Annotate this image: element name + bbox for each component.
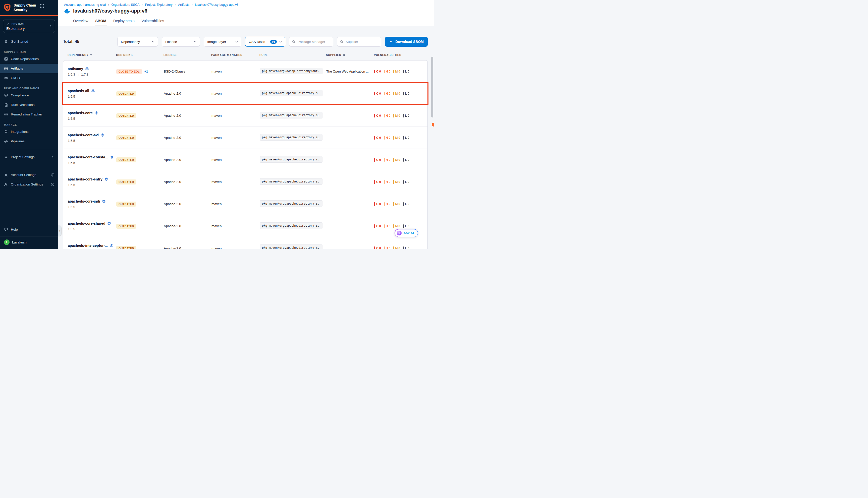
table-row-apacheds-core-entry[interactable]: apacheds-core-entry1.5.5OUTDATEDApache-2… bbox=[63, 171, 427, 193]
vulnerability-counts[interactable]: C 0H 0M 0L 0 bbox=[374, 158, 423, 162]
table-row-apacheds-core-shared[interactable]: apacheds-core-shared1.5.5OUTDATEDApache-… bbox=[63, 215, 427, 237]
filter-label: License bbox=[165, 40, 177, 44]
supplier: The Open Web Application ... bbox=[326, 69, 374, 73]
vuln-count-h: H 0 bbox=[384, 224, 391, 228]
sidebar-item-help[interactable]: Help bbox=[0, 225, 58, 234]
sidebar-item-pipelines[interactable]: Pipelines bbox=[0, 136, 58, 146]
main-area: Account: app-harness-ng-cicd›Organizatio… bbox=[58, 0, 434, 249]
purl[interactable]: pkg:maven/org.apache.directory.s... bbox=[260, 156, 323, 163]
vulnerability-counts[interactable]: C 0H 0M 0L 0 bbox=[374, 224, 423, 228]
license: Apache-2.0 bbox=[164, 224, 211, 228]
purl[interactable]: pkg:maven/org.apache.directory.s... bbox=[260, 134, 323, 141]
vulnerability-counts[interactable]: C 0H 0M 0L 0 bbox=[374, 114, 423, 117]
oss-risk-pill: OUTDATED bbox=[116, 180, 137, 184]
sidebar-item-artifacts[interactable]: Artifacts bbox=[0, 64, 58, 73]
table-row-antisamy[interactable]: antisamy1.5.3 → 1.7.8CLOSE TO EOL+1BSD-2… bbox=[63, 61, 427, 82]
table-row-apacheds-core[interactable]: apacheds-core1.5.5OUTDATEDApache-2.0mave… bbox=[63, 105, 427, 127]
purl[interactable]: pkg:maven/org.apache.directory.s... bbox=[260, 222, 323, 229]
filter-dependency[interactable]: Dependency bbox=[117, 37, 158, 47]
sort-both-icon bbox=[343, 53, 345, 57]
sidebar-item-remediation-tracker[interactable]: Remediation Tracker bbox=[0, 110, 58, 119]
vuln-count-c: C 0 bbox=[374, 202, 381, 206]
purl[interactable]: pkg:maven/org.owasp.antisamy/ant... bbox=[260, 68, 323, 74]
app-switcher-grid-icon[interactable] bbox=[40, 4, 44, 8]
sidebar-item-project-settings[interactable]: Project Settings bbox=[0, 152, 58, 162]
purl[interactable]: pkg:maven/org.apache.directory.s... bbox=[260, 90, 323, 96]
filter-image-layer[interactable]: Image Layer bbox=[204, 37, 241, 47]
sidebar-item-compliance[interactable]: Compliance bbox=[0, 91, 58, 100]
purl[interactable]: pkg:maven/org.apache.directory.s... bbox=[260, 178, 323, 185]
breadcrumb-item[interactable]: Account: app-harness-ng-cicd bbox=[64, 3, 106, 6]
sidebar-item-account-settings[interactable]: Account Settings bbox=[0, 170, 58, 180]
sidebar-settings-group-a: Project Settings bbox=[0, 152, 58, 162]
filter-license[interactable]: License bbox=[162, 37, 200, 47]
supplier-input[interactable] bbox=[346, 40, 378, 44]
vulnerability-counts[interactable]: C 0H 0M 0L 0 bbox=[374, 70, 423, 73]
nav-section-label: MANAGE bbox=[4, 123, 54, 126]
ask-ai-button[interactable]: Ask AI bbox=[394, 229, 418, 237]
column-dependency[interactable]: DEPENDENCY bbox=[67, 53, 116, 57]
table-row-apacheds-interceptor[interactable]: apacheds-interceptor-...1.5.5OUTDATEDApa… bbox=[63, 237, 427, 249]
vulnerability-counts[interactable]: C 0H 0M 0L 0 bbox=[374, 92, 423, 95]
dependency-name[interactable]: apacheds-core-avl bbox=[68, 133, 99, 137]
dependency-name[interactable]: apacheds-core-jndi bbox=[68, 199, 100, 203]
vulnerability-counts[interactable]: C 0H 0M 0L 0 bbox=[374, 180, 423, 184]
dependency-name[interactable]: apacheds-core-entry bbox=[68, 177, 103, 181]
filter-label: Image Layer bbox=[207, 40, 226, 44]
nav-section-label: SUPPLY CHAIN bbox=[4, 51, 54, 53]
sidebar-item-ci-cd[interactable]: CI/CD bbox=[0, 73, 58, 83]
dependency-name[interactable]: antisamy bbox=[68, 67, 83, 71]
table-row-apacheds-core-consta[interactable]: apacheds-core-consta...1.5.5OUTDATEDApac… bbox=[63, 149, 427, 171]
account-icon bbox=[4, 173, 8, 177]
tab-deployments[interactable]: Deployments bbox=[113, 16, 135, 26]
sidebar-collapse-handle[interactable]: ‹ bbox=[58, 225, 61, 236]
purl[interactable]: pkg:maven/org.apache.directory.s... bbox=[260, 245, 323, 249]
breadcrumb-item[interactable]: Project: Exploratory bbox=[145, 3, 172, 6]
scrollbar-thumb[interactable] bbox=[431, 57, 433, 117]
sidebar-item-label: Project Settings bbox=[11, 155, 35, 159]
tab-overview[interactable]: Overview bbox=[73, 16, 89, 26]
dependency-name[interactable]: apacheds-interceptor-... bbox=[68, 244, 108, 248]
more-risks-link[interactable]: +1 bbox=[144, 70, 148, 73]
sidebar-item-code-repositories[interactable]: Code Repositories bbox=[0, 54, 58, 64]
purl[interactable]: pkg:maven/org.apache.directory.s... bbox=[260, 200, 323, 207]
sidebar-item-integrations[interactable]: Integrations bbox=[0, 127, 58, 136]
column-supplier[interactable]: SUPPLIER bbox=[326, 53, 374, 57]
vuln-count-l: L 0 bbox=[403, 70, 409, 73]
dependency-version: 1.5.3 → 1.7.8 bbox=[68, 73, 116, 76]
vuln-count-l: L 0 bbox=[403, 180, 409, 184]
purl[interactable]: pkg:maven/org.apache.directory.s... bbox=[260, 112, 323, 118]
vulnerability-counts[interactable]: C 0H 0M 0L 0 bbox=[374, 136, 423, 140]
tab-vulnerabilities[interactable]: Vulnerabilities bbox=[141, 16, 165, 26]
sidebar-item-label: Pipelines bbox=[11, 139, 25, 143]
chevron-right-icon bbox=[51, 155, 54, 159]
sidebar-item-label: CI/CD bbox=[11, 76, 20, 80]
filter-oss-risks[interactable]: OSS Risks03 bbox=[245, 37, 285, 47]
table-row-apacheds-core-jndi[interactable]: apacheds-core-jndi1.5.5OUTDATEDApache-2.… bbox=[63, 193, 427, 215]
dependency-name[interactable]: apacheds-core-consta... bbox=[68, 155, 108, 159]
download-sbom-button[interactable]: Download SBOM bbox=[385, 37, 428, 47]
table-row-apacheds-all[interactable]: apacheds-all1.5.5OUTDATEDApache-2.0maven… bbox=[63, 82, 427, 105]
breadcrumb-item[interactable]: lavakush07/easy-buggy-app:v6 bbox=[195, 3, 238, 6]
supplier-search[interactable] bbox=[337, 37, 381, 47]
oss-risk-pill: OUTDATED bbox=[116, 135, 137, 140]
sidebar-item-organization-settings[interactable]: Organization Settings bbox=[0, 180, 58, 189]
vulnerability-counts[interactable]: C 0H 0M 0L 0 bbox=[374, 202, 423, 206]
sidebar-item-rule-definitions[interactable]: Rule Definitions bbox=[0, 100, 58, 110]
user-menu[interactable]: L Lavakush bbox=[0, 236, 58, 249]
download-icon bbox=[389, 40, 393, 44]
dependency-name[interactable]: apacheds-core bbox=[68, 111, 93, 115]
package-manager-input[interactable] bbox=[298, 40, 331, 44]
vulnerability-counts[interactable]: C 0H 0M 0L 0 bbox=[374, 247, 423, 249]
package-manager-search[interactable] bbox=[289, 37, 333, 47]
table-row-apacheds-core-avl[interactable]: apacheds-core-avl1.5.5OUTDATEDApache-2.0… bbox=[63, 127, 427, 149]
tab-sbom[interactable]: SBOM bbox=[95, 16, 107, 26]
breadcrumb-item[interactable]: Organization: SSCA bbox=[111, 3, 139, 6]
sidebar-item-label: Get Started bbox=[11, 40, 28, 43]
sidebar-item-get-started[interactable]: Get Started bbox=[0, 37, 58, 47]
dependency-name[interactable]: apacheds-core-shared bbox=[68, 221, 105, 225]
project-selector[interactable]: PROJECT Exploratory bbox=[3, 19, 55, 33]
dependency-name[interactable]: apacheds-all bbox=[68, 89, 89, 93]
vuln-count-h: H 0 bbox=[384, 247, 391, 249]
breadcrumb-item[interactable]: Artifacts bbox=[178, 3, 190, 6]
